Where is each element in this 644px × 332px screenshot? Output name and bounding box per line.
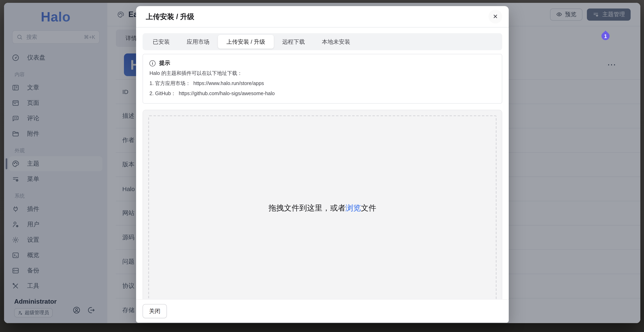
tab-upload-install[interactable]: 上传安装 / 升级 bbox=[218, 35, 274, 48]
tip-intro: Halo 的主题和插件可以在以下地址下载： bbox=[150, 70, 495, 77]
dropzone-text: 拖拽文件到这里，或者浏览文件 bbox=[268, 203, 376, 213]
tab-installed[interactable]: 已安装 bbox=[144, 35, 178, 48]
tab-local-uninstalled[interactable]: 本地未安装 bbox=[313, 35, 359, 48]
modal-footer: 关闭 bbox=[136, 299, 509, 323]
modal-header: 上传安装 / 升级 ✕ bbox=[136, 6, 509, 27]
tab-remote-download[interactable]: 远程下载 bbox=[274, 35, 313, 48]
presence-badge: 1 bbox=[601, 30, 610, 41]
tip-title: 提示 bbox=[159, 59, 170, 67]
github-url: https://github.com/halo-sigs/awesome-hal… bbox=[179, 91, 275, 96]
browse-files-link[interactable]: 浏览 bbox=[346, 204, 361, 212]
tip-title-row: i 提示 bbox=[150, 59, 495, 67]
dropzone-dashed-border: 拖拽文件到这里，或者浏览文件 bbox=[148, 115, 496, 299]
info-icon: i bbox=[150, 60, 156, 66]
tab-app-market[interactable]: 应用市场 bbox=[178, 35, 218, 48]
market-url: https://www.halo.run/store/apps bbox=[194, 81, 264, 86]
upload-install-modal: 上传安装 / 升级 ✕ 已安装 应用市场 上传安装 / 升级 远程下载 本地未安… bbox=[136, 6, 509, 323]
upload-dropzone[interactable]: 拖拽文件到这里，或者浏览文件 bbox=[142, 110, 502, 299]
modal-close-button[interactable]: 关闭 bbox=[142, 304, 167, 318]
tip-box: i 提示 Halo 的主题和插件可以在以下地址下载： 1. 官方应用市场：htt… bbox=[142, 54, 502, 104]
modal-title: 上传安装 / 升级 bbox=[146, 12, 194, 21]
modal-body: 已安装 应用市场 上传安装 / 升级 远程下载 本地未安装 i 提示 Halo … bbox=[136, 27, 509, 299]
presence-count: 1 bbox=[601, 32, 610, 40]
tip-item-github: 2. GitHub：https://github.com/halo-sigs/a… bbox=[150, 90, 495, 97]
modal-tabbar: 已安装 应用市场 上传安装 / 升级 远程下载 本地未安装 bbox=[142, 33, 502, 50]
tip-item-market: 1. 官方应用市场：https://www.halo.run/store/app… bbox=[150, 80, 495, 87]
screen: Halo 搜索 ⌘+K 仪表盘 内容 bbox=[0, 0, 644, 332]
close-icon[interactable]: ✕ bbox=[488, 10, 502, 23]
